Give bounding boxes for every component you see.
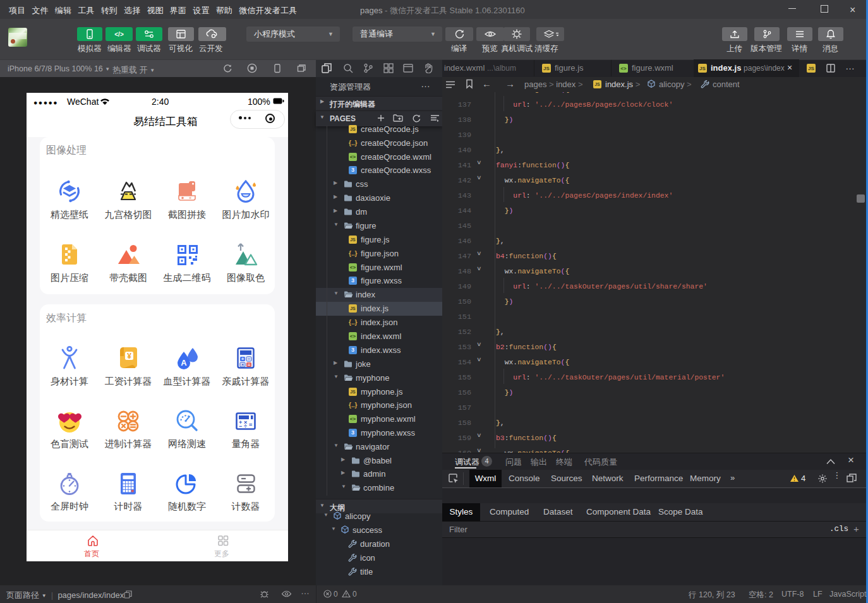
svg-text:+: + [241,356,244,362]
svg-text:A: A [181,358,187,367]
svg-text:−: − [239,423,242,429]
svg-text:=: = [249,422,252,428]
svg-text:÷: ÷ [244,423,247,429]
svg-text:</>: </> [114,31,124,38]
svg-text:×: × [241,362,244,367]
svg-text:=: = [248,362,251,367]
svg-text:¥: ¥ [127,352,131,361]
svg-text:−: − [248,356,251,362]
